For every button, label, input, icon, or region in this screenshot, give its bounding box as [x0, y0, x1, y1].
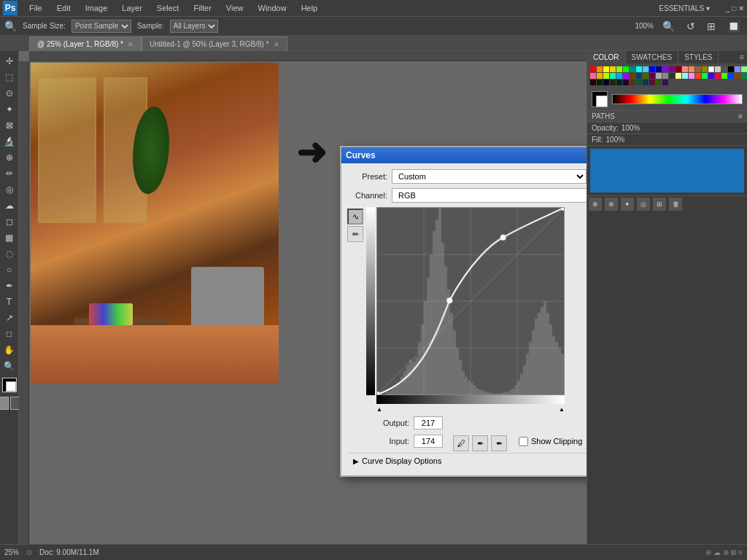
tab-styles[interactable]: STYLES [678, 51, 719, 63]
swatch-lime[interactable] [616, 66, 622, 72]
swatch-darkcyan[interactable] [616, 79, 622, 85]
path-tool-1[interactable]: ⊕ [589, 198, 602, 211]
color-panel-menu[interactable]: ≡ [737, 51, 747, 63]
input-value-input[interactable] [414, 435, 443, 448]
swatch-dark-maroon[interactable] [649, 73, 655, 79]
swatch-maroon[interactable] [676, 66, 681, 72]
curve-smooth-tool[interactable]: ∿ [347, 209, 363, 225]
swatch-azure[interactable] [616, 73, 622, 79]
swatch-red[interactable] [590, 66, 596, 72]
path-tool-4[interactable]: ◎ [637, 198, 650, 211]
swatch-yellow[interactable] [603, 66, 609, 72]
swatch-forest[interactable] [741, 73, 747, 79]
swatch-darkgreen[interactable] [597, 79, 603, 85]
swatch-burnt-sienna[interactable] [735, 73, 740, 79]
swatch-lightcyan[interactable] [682, 73, 688, 79]
lasso-tool[interactable]: ⊙ [2, 86, 17, 101]
curves-titlebar[interactable]: Curves ✕ [341, 147, 587, 163]
quick-mask[interactable] [0, 397, 9, 410]
menu-view[interactable]: View [223, 2, 247, 14]
swatch-orange[interactable] [597, 66, 603, 72]
tab-1[interactable]: Untitled-1 @ 50% (Layer 3, RGB/8) * ✕ [142, 36, 287, 51]
path-tool-6[interactable]: 🗑 [669, 198, 682, 211]
swatch-purple[interactable] [669, 66, 675, 72]
swatch-dark-brown[interactable] [630, 73, 635, 79]
swatch-lightyellow[interactable] [676, 73, 681, 79]
show-clipping-checkbox[interactable] [519, 437, 528, 446]
swatch-spring[interactable] [610, 73, 616, 79]
tab-close-1[interactable]: ✕ [274, 41, 279, 48]
swatch-ultramarine[interactable] [708, 73, 714, 79]
history-tool[interactable]: ☁ [2, 198, 17, 213]
marquee-tool[interactable]: ⬚ [2, 70, 17, 85]
curve-pencil-tool[interactable]: ✏ [347, 226, 363, 242]
curve-display-row[interactable]: ▶ Curve Display Options [347, 453, 587, 470]
sample-size-select[interactable]: Point Sample [71, 20, 131, 33]
tab-color[interactable]: COLOR [587, 51, 626, 63]
eraser-tool[interactable]: ◻ [2, 214, 17, 229]
swatch-navy[interactable] [656, 66, 662, 72]
swatch-prussian[interactable] [643, 79, 649, 85]
output-value-input[interactable] [414, 416, 443, 429]
swatch-white[interactable] [708, 66, 714, 72]
swatch-sepia[interactable] [630, 79, 635, 85]
swatch-sky[interactable] [643, 66, 649, 72]
swatch-cobalt[interactable] [728, 73, 734, 79]
eyedropper-tool[interactable]: 🔬 [2, 134, 17, 149]
menu-edit[interactable]: Edit [54, 2, 74, 14]
crop-tool[interactable]: ⊠ [2, 118, 17, 133]
swatch-green[interactable] [623, 66, 629, 72]
menu-layer[interactable]: Layer [119, 2, 145, 14]
type-tool[interactable]: T [2, 295, 17, 309]
curve-graph[interactable] [376, 207, 565, 395]
swatch-blue[interactable] [649, 66, 655, 72]
swatch-malachite[interactable] [702, 73, 708, 79]
swatch-lightgreen[interactable] [741, 66, 747, 72]
swatch-fern[interactable] [656, 79, 662, 85]
swatch-pink[interactable] [682, 66, 688, 72]
swatch-lightblue[interactable] [735, 66, 740, 72]
menu-file[interactable]: File [26, 2, 45, 14]
swatch-near-black[interactable] [669, 73, 675, 79]
swatch-violet[interactable] [662, 66, 668, 72]
swatch-darkgray[interactable] [721, 66, 727, 72]
swatch-brown[interactable] [695, 66, 701, 72]
path-tool-3[interactable]: ✦ [621, 198, 634, 211]
swatch-plum[interactable] [662, 79, 668, 85]
gray-eyedropper[interactable]: ✒ [472, 435, 488, 451]
swatch-hotpink[interactable] [590, 73, 596, 79]
swatch-chartreuse[interactable] [603, 73, 609, 79]
swatch-lightmagenta[interactable] [689, 73, 694, 79]
paths-panel-menu[interactable]: ≡ [738, 112, 743, 120]
swatch-grass[interactable] [721, 73, 727, 79]
dodge-tool[interactable]: ○ [2, 262, 17, 277]
swatch-black[interactable] [728, 66, 734, 72]
swatch-teal[interactable] [630, 66, 635, 72]
swatch-vermillion[interactable] [695, 73, 701, 79]
magic-wand-tool[interactable]: ✦ [2, 102, 17, 117]
swatch-dark-navy[interactable] [636, 73, 642, 79]
move-tool[interactable]: ✢ [2, 54, 17, 69]
path-selection-tool[interactable]: ↗ [2, 311, 17, 325]
tab-close-0[interactable]: ✕ [128, 41, 133, 48]
tab-0[interactable]: @ 25% (Layer 1, RGB/8) * ✕ [29, 36, 142, 51]
foreground-color-swatch[interactable] [592, 91, 608, 107]
path-tool-5[interactable]: ⊞ [653, 198, 666, 211]
swatch-hunter[interactable] [636, 79, 642, 85]
black-eyedropper[interactable]: 🖊 [453, 435, 469, 451]
healing-tool[interactable]: ⊕ [2, 150, 17, 165]
color-spectrum-bar[interactable] [612, 94, 743, 104]
shape-tool[interactable]: □ [2, 327, 17, 341]
swatch-indigo[interactable] [623, 73, 629, 79]
menu-select[interactable]: Select [154, 2, 182, 14]
swatch-amber[interactable] [597, 73, 603, 79]
white-eyedropper[interactable]: ✒ [491, 435, 507, 451]
input-slider[interactable]: ▲ ▲ [376, 405, 565, 413]
swatch-darkblue[interactable] [603, 79, 609, 85]
blur-tool[interactable]: ◌ [2, 246, 17, 261]
menu-image[interactable]: Image [82, 2, 111, 14]
menu-window[interactable]: Window [255, 2, 290, 14]
swatch-bordeaux[interactable] [649, 79, 655, 85]
curve-canvas[interactable] [377, 208, 564, 394]
menu-filter[interactable]: Filter [190, 2, 214, 14]
